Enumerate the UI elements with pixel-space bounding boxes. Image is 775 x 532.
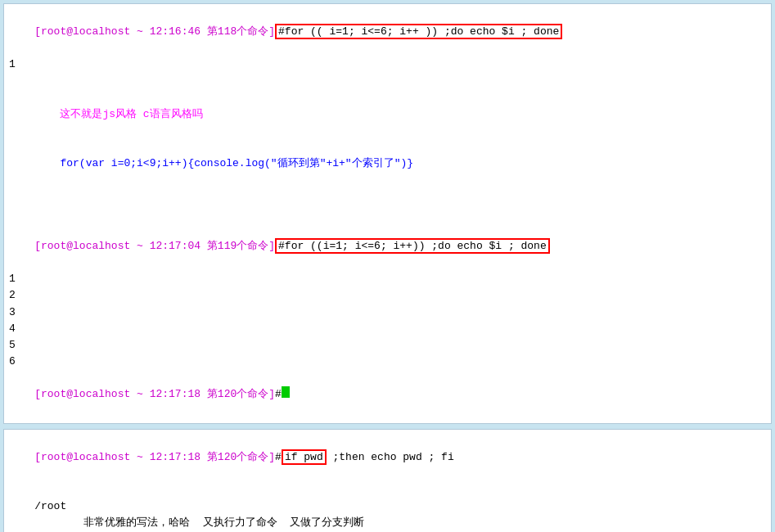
top-line-1: [root@localhost ~ 12:16:46 第118个命令]#for … [9,7,766,56]
top-line-11: 3 [9,304,766,321]
comment-elegant: 非常优雅的写法，哈哈 又执行力了命令 又做了分支判断 [83,516,364,529]
top-line-9: 1 [9,271,766,287]
code-blue-text: for(var i=0;i<9;i++){console.log("循环到第"+… [34,157,413,169]
prompt-120-bot: [root@localhost ~ 12:17:18 第120个命令] [34,451,275,463]
prompt-119: [root@localhost ~ 12:17:04 第119个命令] [34,240,275,252]
bottom-line-1: [root@localhost ~ 12:17:18 第120个命令]#if p… [9,433,766,482]
top-line-6-empty [9,189,766,205]
cmd-text-118: #for (( i=1; i<=6; i++ )) ;do echo $i ; … [278,25,559,38]
top-line-8: [root@localhost ~ 12:17:04 第119个命令]#for … [9,222,766,271]
top-line-2: 1 [9,56,766,73]
top-line-14: 6 [9,354,766,370]
cursor-block [282,386,290,398]
top-line-7-empty [9,205,766,222]
cmd-hash-1: # [275,451,282,463]
top-line-3-empty [9,74,766,90]
bottom-terminal: [root@localhost ~ 12:17:18 第120个命令]#if p… [3,429,772,532]
cmd-box-ifpwd: if pwd [282,449,327,465]
bottom-line-2: /root 非常优雅的写法，哈哈 又执行力了命令 又做了分支判断 [9,482,766,532]
comment-pink-text: 这不就是js风格 c语言风格吗 [34,108,202,120]
top-line-15: [root@localhost ~ 12:17:18 第120个命令]# [9,370,766,419]
prompt-118: [root@localhost ~ 12:16:46 第118个命令] [34,25,275,38]
root-path: /root [34,500,66,512]
top-line-4-comment: 这不就是js风格 c语言风格吗 [9,90,766,139]
top-terminal: [root@localhost ~ 12:16:46 第118个命令]#for … [3,3,772,424]
cmd-text-120-top: # [275,388,282,400]
top-line-12: 4 [9,321,766,337]
top-line-5-code: for(var i=0;i<9;i++){console.log("循环到第"+… [9,139,766,188]
cmd-box-119: #for ((i=1; i<=6; i++)) ;do echo $i ; do… [275,238,550,254]
cmd-box-118: #for (( i=1; i<=6; i++ )) ;do echo $i ; … [275,24,562,39]
prompt-120-top: [root@localhost ~ 12:17:18 第120个命令] [34,388,275,400]
top-line-10: 2 [9,287,766,304]
top-line-13: 5 [9,337,766,354]
cmd-text-119: #for ((i=1; i<=6; i++)) ;do echo $i ; do… [278,240,547,252]
